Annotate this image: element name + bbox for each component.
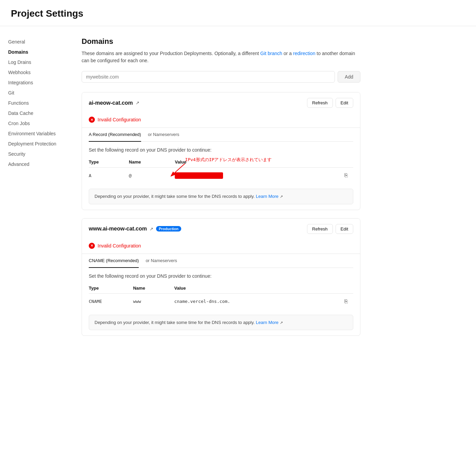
dns-table-2: Type Name Value CNAME www cname.vercel-d… <box>89 283 353 309</box>
domain-name-2: www.ai-meow-cat.com <box>89 226 147 232</box>
dns-row-1: A @ IPv4形式のIPアドレスが表示されています <box>89 168 353 184</box>
invalid-text-2: Invalid Configuration <box>98 243 141 248</box>
domain-name-group-2: www.ai-meow-cat.com ↗ Production <box>89 226 181 232</box>
invalid-config-row-2: Invalid Configuration <box>82 239 360 254</box>
domains-description: These domains are assigned to your Produ… <box>82 50 360 64</box>
domain-name-1: ai-meow-cat.com <box>89 100 133 106</box>
dns-instruction-2: Set the following record on your DNS pro… <box>89 273 353 279</box>
dns-name-2: www <box>133 293 174 309</box>
sidebar: General Domains Log Drains Webhooks Inte… <box>0 26 68 462</box>
page-header: Project Settings <box>0 0 476 26</box>
edit-button-1[interactable]: Edit <box>336 98 353 108</box>
external-link-icon-note-2: ↗ <box>280 321 283 325</box>
add-domain-button[interactable]: Add <box>338 71 360 83</box>
copy-cell-1: ⎘ <box>324 168 353 184</box>
sidebar-item-environment-variables[interactable]: Environment Variables <box>5 129 63 138</box>
col-value-1: Value <box>175 157 324 168</box>
sidebar-item-domains[interactable]: Domains <box>5 47 63 57</box>
col-type-1: Type <box>89 157 129 168</box>
redirection-link[interactable]: redirection <box>293 51 315 56</box>
copy-button-2[interactable]: ⎘ <box>343 297 349 306</box>
domain-actions-2: Refresh Edit <box>307 224 353 234</box>
domain-name-group-1: ai-meow-cat.com ↗ <box>89 100 139 106</box>
sidebar-item-data-cache[interactable]: Data Cache <box>5 108 63 118</box>
col-name-1: Name <box>129 157 175 168</box>
tabs-2: CNAME (Recommended) or Nameservers <box>89 254 353 268</box>
external-link-icon-note-1: ↗ <box>280 194 283 199</box>
domain-input-row: Add <box>82 71 360 83</box>
sidebar-item-log-drains[interactable]: Log Drains <box>5 57 63 67</box>
domain-card-1-header: ai-meow-cat.com ↗ Refresh Edit <box>82 92 360 113</box>
dns-note-text-2: Depending on your provider, it might tak… <box>95 320 255 325</box>
tab-a-record[interactable]: A Record (Recommended) <box>89 128 141 142</box>
ip-redacted <box>175 172 223 179</box>
dns-instruction-1: Set the following record on your DNS pro… <box>89 147 353 153</box>
dns-value-2: cname.vercel-dns.com. <box>174 293 327 309</box>
sidebar-item-cron-jobs[interactable]: Cron Jobs <box>5 119 63 128</box>
sidebar-item-deployment-protection[interactable]: Deployment Protection <box>5 139 63 149</box>
dns-note-1: Depending on your provider, it might tak… <box>89 189 353 204</box>
dns-note-2: Depending on your provider, it might tak… <box>89 315 353 330</box>
tab-nameservers-2[interactable]: or Nameservers <box>146 254 177 268</box>
dns-type-2: CNAME <box>89 293 133 309</box>
description-text-2: or a <box>284 51 293 56</box>
section-title: Domains <box>82 37 360 46</box>
dns-table-1: Type Name Value A @ <box>89 157 353 183</box>
domain-input[interactable] <box>82 71 335 83</box>
col-name-2: Name <box>133 283 174 294</box>
main-content: Domains These domains are assigned to yo… <box>68 26 374 462</box>
external-link-icon-1[interactable]: ↗ <box>136 100 139 105</box>
dns-note-text-1: Depending on your provider, it might tak… <box>95 194 255 199</box>
error-icon-2 <box>89 243 95 249</box>
invalid-text-1: Invalid Configuration <box>98 117 141 122</box>
domain-card-body-1: A Record (Recommended) or Nameservers Se… <box>82 127 360 204</box>
domain-card-2-header: www.ai-meow-cat.com ↗ Production Refresh… <box>82 219 360 239</box>
layout: General Domains Log Drains Webhooks Inte… <box>0 26 476 462</box>
invalid-config-row-1: Invalid Configuration <box>82 113 360 127</box>
sidebar-item-functions[interactable]: Functions <box>5 98 63 108</box>
dns-type-1: A <box>89 168 129 184</box>
domain-card-1: ai-meow-cat.com ↗ Refresh Edit Invalid C… <box>82 92 360 210</box>
refresh-button-1[interactable]: Refresh <box>307 98 333 108</box>
sidebar-item-git[interactable]: Git <box>5 88 63 98</box>
col-value-2: Value <box>174 283 327 294</box>
description-text-1: These domains are assigned to your Produ… <box>82 51 260 56</box>
refresh-button-2[interactable]: Refresh <box>307 224 333 234</box>
sidebar-item-webhooks[interactable]: Webhooks <box>5 68 63 77</box>
copy-button-1[interactable]: ⎘ <box>343 171 349 180</box>
learn-more-link-1[interactable]: Learn More <box>256 194 278 199</box>
external-link-icon-2[interactable]: ↗ <box>150 226 153 231</box>
tab-nameservers-1[interactable]: or Nameservers <box>148 128 179 142</box>
dns-row-2: CNAME www cname.vercel-dns.com. ⎘ <box>89 293 353 309</box>
domain-card-body-2: CNAME (Recommended) or Nameservers Set t… <box>82 254 360 330</box>
page-title: Project Settings <box>11 8 465 19</box>
sidebar-item-integrations[interactable]: Integrations <box>5 78 63 87</box>
error-icon-1 <box>89 117 95 123</box>
tab-cname[interactable]: CNAME (Recommended) <box>89 254 139 268</box>
domain-actions-1: Refresh Edit <box>307 98 353 108</box>
edit-button-2[interactable]: Edit <box>336 224 353 234</box>
domain-card-2: www.ai-meow-cat.com ↗ Production Refresh… <box>82 218 360 336</box>
learn-more-link-2[interactable]: Learn More <box>256 320 278 325</box>
copy-cell-2: ⎘ <box>327 293 353 309</box>
sidebar-item-general[interactable]: General <box>5 37 63 47</box>
dns-name-1: @ <box>129 168 175 184</box>
col-type-2: Type <box>89 283 133 294</box>
tabs-1: A Record (Recommended) or Nameservers <box>89 128 353 142</box>
sidebar-item-security[interactable]: Security <box>5 149 63 159</box>
dns-value-1: IPv4形式のIPアドレスが表示されています <box>175 168 324 184</box>
sidebar-item-advanced[interactable]: Advanced <box>5 159 63 169</box>
production-badge: Production <box>156 226 181 231</box>
git-branch-link[interactable]: Git branch <box>260 51 283 56</box>
